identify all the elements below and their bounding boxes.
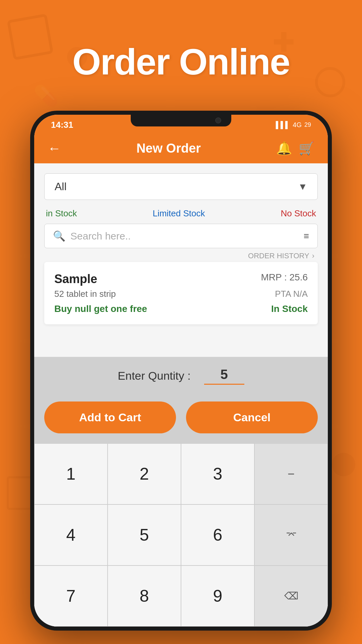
phone-frame: 14:31 ▌▌▌ 4G 29 ← New Order 🔔 🛒 bbox=[30, 111, 332, 631]
in-stock-label[interactable]: in Stock bbox=[46, 208, 77, 219]
quantity-underline bbox=[204, 384, 244, 385]
page-title: New Order bbox=[136, 141, 201, 156]
product-name: Sample bbox=[54, 272, 97, 286]
signal-icon: ▌▌▌ bbox=[276, 121, 290, 129]
key-backspace[interactable]: ⌫ bbox=[254, 566, 328, 627]
quantity-value: 5 bbox=[221, 367, 228, 382]
product-description: 52 tablet in strip bbox=[54, 289, 116, 299]
phone-camera bbox=[215, 117, 221, 123]
quantity-input[interactable]: 5 bbox=[204, 367, 244, 385]
key-8[interactable]: 8 bbox=[108, 566, 181, 627]
category-dropdown[interactable]: All ▼ bbox=[44, 173, 318, 200]
order-history-text: ORDER HISTORY bbox=[248, 252, 309, 260]
battery-icon: 29 bbox=[304, 121, 311, 128]
key-minus[interactable]: − bbox=[254, 443, 328, 504]
limited-stock-label[interactable]: Limited Stock bbox=[153, 208, 205, 219]
header-action-icons: 🔔 🛒 bbox=[276, 141, 314, 156]
key-3[interactable]: 3 bbox=[181, 443, 254, 504]
key-5[interactable]: 5 bbox=[108, 504, 181, 566]
notification-icon[interactable]: 🔔 bbox=[276, 141, 292, 156]
dropdown-value: All bbox=[55, 180, 67, 193]
product-stock-status: In Stock bbox=[271, 304, 308, 314]
phone-screen-inner: 14:31 ▌▌▌ 4G 29 ← New Order 🔔 🛒 bbox=[34, 115, 328, 627]
stock-status-row: in Stock Limited Stock No Stock bbox=[44, 207, 318, 224]
quantity-section: Enter Quntity : 5 bbox=[34, 357, 328, 395]
key-space[interactable]: ⌤ bbox=[254, 504, 328, 566]
back-button[interactable]: ← bbox=[48, 141, 61, 156]
screen-body: All ▼ in Stock Limited Stock No Stock 🔍 … bbox=[34, 163, 328, 627]
hero-title: Order Online bbox=[0, 40, 362, 83]
action-buttons: Add to Cart Cancel bbox=[34, 395, 328, 443]
dropdown-arrow-icon: ▼ bbox=[298, 181, 307, 192]
phone-screen: 14:31 ▌▌▌ 4G 29 ← New Order 🔔 🛒 bbox=[34, 115, 328, 627]
cart-icon[interactable]: 🛒 bbox=[299, 141, 314, 156]
filter-menu-icon[interactable]: ≡ bbox=[304, 231, 309, 241]
network-label: 4G bbox=[293, 121, 302, 129]
key-6[interactable]: 6 bbox=[181, 504, 254, 566]
product-top-row: Sample MRP : 25.6 bbox=[54, 272, 308, 286]
product-card: Sample MRP : 25.6 52 tablet in strip PTA… bbox=[44, 262, 318, 324]
order-history-label: ORDER HISTORY › bbox=[44, 252, 318, 260]
status-time: 14:31 bbox=[51, 120, 73, 130]
product-promo: Buy null get one free bbox=[54, 304, 147, 314]
no-stock-label[interactable]: No Stock bbox=[281, 208, 316, 219]
status-icons: ▌▌▌ 4G 29 bbox=[276, 121, 311, 129]
key-1[interactable]: 1 bbox=[34, 443, 108, 504]
phone-notch bbox=[131, 115, 231, 126]
add-to-cart-button[interactable]: Add to Cart bbox=[44, 401, 176, 433]
battery-level: 29 bbox=[304, 121, 311, 128]
product-pta: PTA N/A bbox=[275, 289, 308, 301]
product-mrp: MRP : 25.6 bbox=[261, 272, 308, 283]
key-9[interactable]: 9 bbox=[181, 566, 254, 627]
key-7[interactable]: 7 bbox=[34, 566, 108, 627]
app-header: ← New Order 🔔 🛒 bbox=[34, 133, 328, 163]
key-4[interactable]: 4 bbox=[34, 504, 108, 566]
product-bottom-row: Buy null get one free In Stock bbox=[54, 304, 308, 314]
keypad: 1 2 3 − 4 5 6 ⌤ 7 8 9 ⌫ bbox=[34, 443, 328, 627]
order-history-arrow-icon: › bbox=[312, 252, 314, 260]
search-placeholder: Search here.. bbox=[70, 230, 299, 242]
search-bar[interactable]: 🔍 Search here.. ≡ bbox=[44, 224, 318, 248]
app-content: All ▼ in Stock Limited Stock No Stock 🔍 … bbox=[34, 163, 328, 357]
quantity-label: Enter Quntity : bbox=[118, 369, 190, 382]
search-icon: 🔍 bbox=[53, 230, 65, 242]
key-2[interactable]: 2 bbox=[108, 443, 181, 504]
cancel-button[interactable]: Cancel bbox=[186, 401, 318, 433]
